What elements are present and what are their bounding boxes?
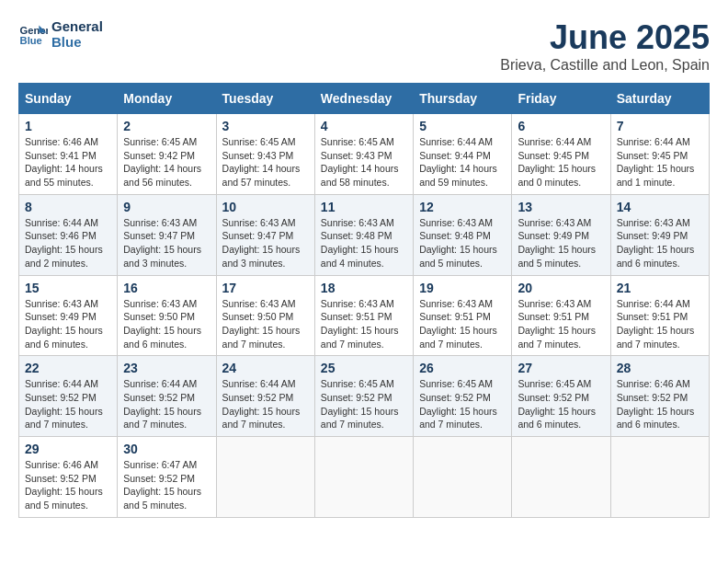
day-info: Sunrise: 6:43 AMSunset: 9:47 PMDaylight:…: [123, 217, 201, 269]
day-info: Sunrise: 6:45 AMSunset: 9:52 PMDaylight:…: [419, 378, 497, 430]
day-info: Sunrise: 6:43 AMSunset: 9:48 PMDaylight:…: [419, 217, 497, 269]
calendar-day-29: 29Sunrise: 6:46 AMSunset: 9:52 PMDayligh…: [19, 437, 118, 518]
day-number: 21: [617, 281, 703, 295]
calendar-empty: [512, 437, 610, 518]
day-number: 13: [518, 200, 604, 214]
calendar-day-10: 10Sunrise: 6:43 AMSunset: 9:47 PMDayligh…: [216, 194, 314, 275]
day-number: 27: [518, 361, 604, 375]
calendar-header-row: SundayMondayTuesdayWednesdayThursdayFrid…: [19, 84, 710, 114]
day-number: 9: [123, 200, 210, 214]
calendar-day-13: 13Sunrise: 6:43 AMSunset: 9:49 PMDayligh…: [512, 194, 610, 275]
day-number: 10: [222, 200, 309, 214]
calendar-day-1: 1Sunrise: 6:46 AMSunset: 9:41 PMDaylight…: [19, 114, 118, 195]
calendar-week-2: 8Sunrise: 6:44 AMSunset: 9:46 PMDaylight…: [19, 194, 710, 275]
day-number: 8: [25, 200, 111, 214]
header-sunday: Sunday: [19, 84, 118, 114]
calendar-day-28: 28Sunrise: 6:46 AMSunset: 9:52 PMDayligh…: [610, 356, 709, 437]
calendar-day-20: 20Sunrise: 6:43 AMSunset: 9:51 PMDayligh…: [512, 275, 610, 356]
day-info: Sunrise: 6:45 AMSunset: 9:52 PMDaylight:…: [321, 378, 399, 430]
month-title: June 2025: [500, 18, 710, 57]
calendar-day-5: 5Sunrise: 6:44 AMSunset: 9:44 PMDaylight…: [414, 114, 512, 195]
header-wednesday: Wednesday: [314, 84, 413, 114]
logo-line2: Blue: [51, 34, 103, 50]
calendar-empty: [216, 437, 314, 518]
day-number: 7: [617, 119, 703, 133]
day-info: Sunrise: 6:44 AMSunset: 9:44 PMDaylight:…: [419, 136, 497, 188]
location-title: Brieva, Castille and Leon, Spain: [500, 57, 710, 74]
day-number: 29: [25, 442, 111, 456]
calendar-day-3: 3Sunrise: 6:45 AMSunset: 9:43 PMDaylight…: [216, 114, 314, 195]
day-info: Sunrise: 6:44 AMSunset: 9:52 PMDaylight:…: [25, 378, 103, 430]
calendar-day-25: 25Sunrise: 6:45 AMSunset: 9:52 PMDayligh…: [314, 356, 413, 437]
logo-icon: General Blue: [18, 19, 48, 49]
day-info: Sunrise: 6:44 AMSunset: 9:52 PMDaylight:…: [222, 378, 301, 430]
day-info: Sunrise: 6:44 AMSunset: 9:45 PMDaylight:…: [518, 136, 596, 188]
day-number: 2: [123, 119, 210, 133]
calendar-day-30: 30Sunrise: 6:47 AMSunset: 9:52 PMDayligh…: [118, 437, 216, 518]
day-info: Sunrise: 6:43 AMSunset: 9:47 PMDaylight:…: [222, 217, 301, 269]
day-info: Sunrise: 6:45 AMSunset: 9:43 PMDaylight:…: [222, 136, 301, 188]
day-info: Sunrise: 6:43 AMSunset: 9:51 PMDaylight:…: [518, 298, 596, 350]
day-number: 28: [617, 361, 703, 375]
day-info: Sunrise: 6:43 AMSunset: 9:50 PMDaylight:…: [222, 298, 301, 350]
calendar-empty: [314, 437, 413, 518]
day-number: 22: [25, 361, 111, 375]
calendar-day-17: 17Sunrise: 6:43 AMSunset: 9:50 PMDayligh…: [216, 275, 314, 356]
calendar-day-27: 27Sunrise: 6:45 AMSunset: 9:52 PMDayligh…: [512, 356, 610, 437]
day-number: 26: [419, 361, 506, 375]
day-info: Sunrise: 6:43 AMSunset: 9:51 PMDaylight:…: [321, 298, 399, 350]
calendar-day-22: 22Sunrise: 6:44 AMSunset: 9:52 PMDayligh…: [19, 356, 118, 437]
day-info: Sunrise: 6:47 AMSunset: 9:52 PMDaylight:…: [123, 459, 201, 511]
day-number: 30: [123, 442, 210, 456]
calendar-day-18: 18Sunrise: 6:43 AMSunset: 9:51 PMDayligh…: [314, 275, 413, 356]
day-info: Sunrise: 6:45 AMSunset: 9:52 PMDaylight:…: [518, 378, 596, 430]
day-info: Sunrise: 6:46 AMSunset: 9:52 PMDaylight:…: [617, 378, 695, 430]
day-info: Sunrise: 6:43 AMSunset: 9:49 PMDaylight:…: [25, 298, 103, 350]
day-info: Sunrise: 6:44 AMSunset: 9:51 PMDaylight:…: [617, 298, 695, 350]
logo: General Blue General Blue: [18, 18, 103, 50]
day-number: 23: [123, 361, 210, 375]
title-area: June 2025 Brieva, Castille and Leon, Spa…: [500, 18, 710, 74]
header-saturday: Saturday: [610, 84, 709, 114]
day-info: Sunrise: 6:45 AMSunset: 9:42 PMDaylight:…: [123, 136, 201, 188]
page-header: General Blue General Blue June 2025 Brie…: [18, 18, 710, 74]
calendar-day-14: 14Sunrise: 6:43 AMSunset: 9:49 PMDayligh…: [610, 194, 709, 275]
day-number: 3: [222, 119, 309, 133]
day-number: 19: [419, 281, 506, 295]
calendar-day-15: 15Sunrise: 6:43 AMSunset: 9:49 PMDayligh…: [19, 275, 118, 356]
calendar-day-4: 4Sunrise: 6:45 AMSunset: 9:43 PMDaylight…: [314, 114, 413, 195]
calendar-week-4: 22Sunrise: 6:44 AMSunset: 9:52 PMDayligh…: [19, 356, 710, 437]
day-info: Sunrise: 6:43 AMSunset: 9:50 PMDaylight:…: [123, 298, 201, 350]
day-info: Sunrise: 6:46 AMSunset: 9:52 PMDaylight:…: [25, 459, 103, 511]
day-info: Sunrise: 6:45 AMSunset: 9:43 PMDaylight:…: [321, 136, 399, 188]
header-tuesday: Tuesday: [216, 84, 314, 114]
calendar-day-6: 6Sunrise: 6:44 AMSunset: 9:45 PMDaylight…: [512, 114, 610, 195]
svg-text:Blue: Blue: [20, 35, 42, 46]
day-number: 16: [123, 281, 210, 295]
calendar-day-7: 7Sunrise: 6:44 AMSunset: 9:45 PMDaylight…: [610, 114, 709, 195]
day-info: Sunrise: 6:43 AMSunset: 9:48 PMDaylight:…: [321, 217, 399, 269]
day-number: 5: [419, 119, 506, 133]
day-info: Sunrise: 6:44 AMSunset: 9:45 PMDaylight:…: [617, 136, 695, 188]
day-info: Sunrise: 6:43 AMSunset: 9:49 PMDaylight:…: [617, 217, 695, 269]
day-number: 15: [25, 281, 111, 295]
calendar-day-21: 21Sunrise: 6:44 AMSunset: 9:51 PMDayligh…: [610, 275, 709, 356]
day-number: 25: [321, 361, 407, 375]
header-monday: Monday: [118, 84, 216, 114]
day-info: Sunrise: 6:46 AMSunset: 9:41 PMDaylight:…: [25, 136, 103, 188]
calendar-empty: [610, 437, 709, 518]
calendar-week-1: 1Sunrise: 6:46 AMSunset: 9:41 PMDaylight…: [19, 114, 710, 195]
day-number: 18: [321, 281, 407, 295]
header-thursday: Thursday: [414, 84, 512, 114]
day-info: Sunrise: 6:44 AMSunset: 9:52 PMDaylight:…: [123, 378, 201, 430]
calendar-day-24: 24Sunrise: 6:44 AMSunset: 9:52 PMDayligh…: [216, 356, 314, 437]
day-number: 11: [321, 200, 407, 214]
calendar-day-9: 9Sunrise: 6:43 AMSunset: 9:47 PMDaylight…: [118, 194, 216, 275]
day-info: Sunrise: 6:43 AMSunset: 9:51 PMDaylight:…: [419, 298, 497, 350]
day-info: Sunrise: 6:43 AMSunset: 9:49 PMDaylight:…: [518, 217, 596, 269]
calendar-week-3: 15Sunrise: 6:43 AMSunset: 9:49 PMDayligh…: [19, 275, 710, 356]
header-friday: Friday: [512, 84, 610, 114]
calendar-day-2: 2Sunrise: 6:45 AMSunset: 9:42 PMDaylight…: [118, 114, 216, 195]
day-number: 12: [419, 200, 506, 214]
calendar-day-8: 8Sunrise: 6:44 AMSunset: 9:46 PMDaylight…: [19, 194, 118, 275]
